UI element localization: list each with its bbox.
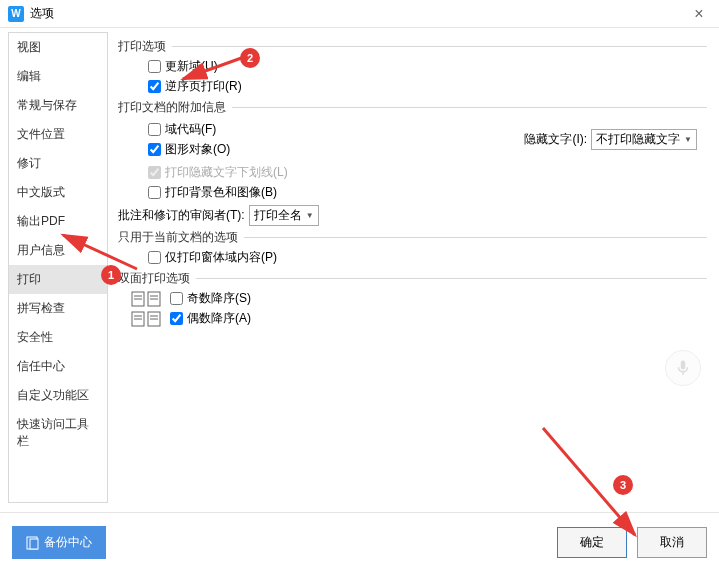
checkbox-field-codes[interactable] (148, 123, 161, 136)
select-reviewer[interactable]: 打印全名 ▼ (249, 205, 319, 226)
sidebar-item-file-location[interactable]: 文件位置 (9, 120, 107, 149)
sidebar: 视图 编辑 常规与保存 文件位置 修订 中文版式 输出PDF 用户信息 打印 拼… (8, 32, 108, 503)
group-title-duplex: 双面打印选项 (118, 270, 190, 287)
sidebar-item-security[interactable]: 安全性 (9, 323, 107, 352)
sidebar-item-view[interactable]: 视图 (9, 33, 107, 62)
label-even-desc: 偶数降序(A) (187, 310, 251, 327)
label-reviewer: 批注和修订的审阅者(T): (118, 207, 245, 224)
label-reverse-order: 逆序页打印(R) (165, 78, 242, 95)
ok-button[interactable]: 确定 (557, 527, 627, 558)
label-form-only: 仅打印窗体域内容(P) (165, 249, 277, 266)
sidebar-item-revision[interactable]: 修订 (9, 149, 107, 178)
sidebar-item-user-info[interactable]: 用户信息 (9, 236, 107, 265)
voice-icon[interactable] (665, 350, 701, 386)
duplex-pages-icon (128, 311, 164, 327)
backup-center-button[interactable]: 备份中心 (12, 526, 106, 559)
checkbox-odd-desc[interactable] (170, 292, 183, 305)
label-update-fields: 更新域(U) (165, 58, 218, 75)
group-title-current-doc: 只用于当前文档的选项 (118, 229, 238, 246)
sidebar-item-trust-center[interactable]: 信任中心 (9, 352, 107, 381)
sidebar-item-chinese-layout[interactable]: 中文版式 (9, 178, 107, 207)
window-title: 选项 (30, 5, 54, 22)
checkbox-update-fields[interactable] (148, 60, 161, 73)
sidebar-item-quick-access[interactable]: 快速访问工具栏 (9, 410, 107, 456)
select-hidden-text[interactable]: 不打印隐藏文字 ▼ (591, 129, 697, 150)
group-title-doc-info: 打印文档的附加信息 (118, 99, 226, 116)
duplex-pages-icon (128, 291, 164, 307)
checkbox-background[interactable] (148, 186, 161, 199)
cancel-button[interactable]: 取消 (637, 527, 707, 558)
chevron-down-icon: ▼ (306, 211, 314, 220)
sidebar-item-edit[interactable]: 编辑 (9, 62, 107, 91)
label-drawing-objects: 图形对象(O) (165, 141, 230, 158)
content-panel: 打印选项 更新域(U) 逆序页打印(R) 打印文档的附加信息 域代码(F) (108, 28, 719, 503)
checkbox-hidden-underline (148, 166, 161, 179)
group-title-print-options: 打印选项 (118, 38, 166, 55)
close-icon[interactable]: × (687, 2, 711, 26)
checkbox-drawing-objects[interactable] (148, 143, 161, 156)
backup-icon (26, 536, 40, 550)
svg-rect-13 (30, 539, 38, 549)
label-background: 打印背景色和图像(B) (165, 184, 277, 201)
checkbox-form-only[interactable] (148, 251, 161, 264)
label-hidden-text: 隐藏文字(I): (524, 131, 587, 148)
app-icon: W (8, 6, 24, 22)
sidebar-item-output-pdf[interactable]: 输出PDF (9, 207, 107, 236)
label-field-codes: 域代码(F) (165, 121, 216, 138)
sidebar-item-custom-ribbon[interactable]: 自定义功能区 (9, 381, 107, 410)
checkbox-reverse-order[interactable] (148, 80, 161, 93)
label-odd-desc: 奇数降序(S) (187, 290, 251, 307)
checkbox-even-desc[interactable] (170, 312, 183, 325)
label-hidden-underline: 打印隐藏文字下划线(L) (165, 164, 288, 181)
sidebar-item-spellcheck[interactable]: 拼写检查 (9, 294, 107, 323)
chevron-down-icon: ▼ (684, 135, 692, 144)
sidebar-item-general-save[interactable]: 常规与保存 (9, 91, 107, 120)
sidebar-item-print[interactable]: 打印 (9, 265, 107, 294)
